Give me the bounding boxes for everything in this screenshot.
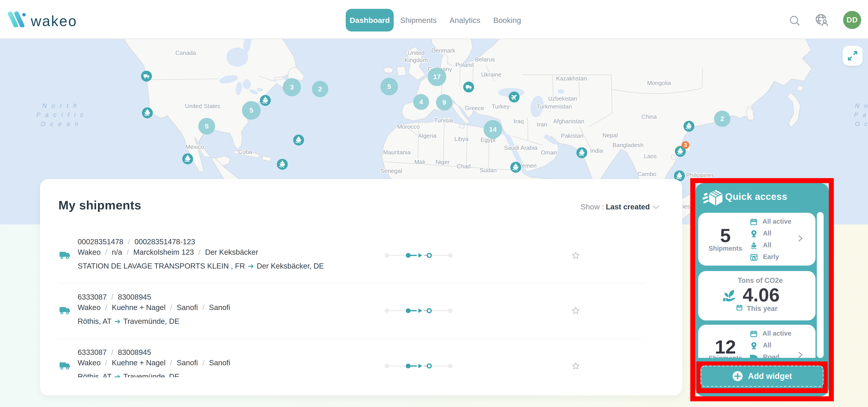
svg-text:Uzbekistan: Uzbekistan (548, 95, 577, 102)
svg-text:Laos: Laos (644, 153, 656, 159)
svg-text:Libya: Libya (454, 136, 469, 142)
svg-text:Cambo: Cambo (637, 171, 656, 177)
svg-text:Mali: Mali (414, 158, 425, 166)
svg-text:Niger: Niger (436, 158, 450, 166)
svg-text:Turkey: Turkey (492, 103, 509, 110)
svg-text:Chad: Chad (457, 163, 471, 170)
svg-text:Bangladesh: Bangladesh (612, 142, 643, 148)
svg-text:United: United (407, 50, 425, 56)
svg-text:2: 2 (720, 115, 724, 122)
svg-text:17: 17 (433, 73, 440, 81)
svg-text:O c e a n: O c e a n (855, 121, 868, 127)
svg-text:9: 9 (442, 98, 446, 106)
svg-text:Mongolia: Mongolia (647, 80, 671, 86)
svg-text:Afghanistan: Afghanistan (553, 118, 584, 125)
svg-text:Turkmenistan: Turkmenistan (536, 103, 572, 110)
svg-text:N o r t h: N o r t h (855, 103, 868, 109)
svg-text:United States: United States (185, 103, 220, 110)
svg-text:Algeria: Algeria (418, 132, 436, 139)
svg-text:Tunisia: Tunisia (434, 117, 453, 124)
svg-text:Kingdom: Kingdom (405, 57, 428, 63)
svg-text:Saudi Arabia: Saudi Arabia (504, 144, 537, 151)
svg-text:3: 3 (684, 142, 687, 148)
svg-text:Belarus: Belarus (475, 56, 495, 63)
svg-text:Morocco: Morocco (397, 123, 420, 130)
svg-text:Mauritania: Mauritania (383, 149, 411, 156)
svg-text:P a c i f i c: P a c i f i c (36, 112, 85, 118)
svg-text:Canada: Canada (175, 50, 196, 56)
svg-text:3: 3 (290, 83, 294, 91)
svg-text:Iraq: Iraq (514, 118, 524, 125)
svg-text:Mexico: Mexico (185, 143, 204, 150)
svg-text:Pakistan: Pakistan (561, 132, 583, 139)
svg-text:N o r t h: N o r t h (42, 103, 78, 109)
svg-text:Denmark: Denmark (431, 47, 455, 54)
svg-text:Greece: Greece (465, 105, 484, 112)
svg-text:2: 2 (318, 85, 322, 93)
svg-text:5: 5 (388, 83, 391, 90)
svg-text:Nepal: Nepal (602, 132, 618, 139)
svg-text:14: 14 (489, 125, 497, 133)
svg-text:Kazakhstan: Kazakhstan (556, 75, 587, 82)
svg-text:Poland: Poland (456, 61, 474, 68)
svg-text:Philippines: Philippines (686, 172, 714, 179)
svg-text:Iran: Iran (537, 121, 547, 128)
svg-text:Sudan: Sudan (479, 167, 496, 174)
svg-text:Cuba: Cuba (238, 148, 252, 155)
svg-text:India: India (590, 147, 603, 154)
svg-text:Ukraine: Ukraine (481, 71, 501, 78)
svg-text:P a c i f i c: P a c i f i c (854, 112, 868, 118)
svg-text:China: China (641, 113, 657, 120)
svg-text:4: 4 (419, 98, 423, 106)
svg-text:Oman: Oman (541, 149, 557, 156)
svg-text:5: 5 (205, 122, 209, 130)
svg-text:nesi: nesi (681, 203, 691, 210)
svg-text:5: 5 (249, 107, 253, 114)
svg-text:O c e a n: O c e a n (41, 121, 80, 127)
svg-text:Yemen: Yemen (519, 162, 536, 169)
svg-text:Senegal: Senegal (380, 168, 402, 174)
